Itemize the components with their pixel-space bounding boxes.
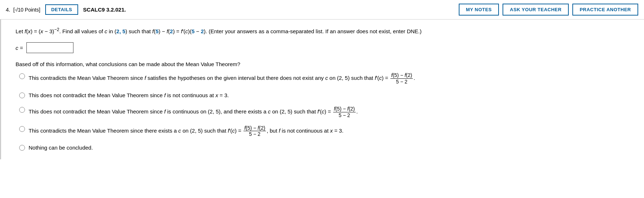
option-5-label[interactable]: Nothing can be concluded. [29, 144, 93, 152]
radio-option-2[interactable] [19, 92, 25, 98]
list-item: This contradicts the Mean Value Theorem … [19, 72, 635, 85]
ask-teacher-button[interactable]: ASK YOUR TEACHER [503, 4, 569, 16]
radio-options: This contradicts the Mean Value Theorem … [19, 72, 635, 152]
fraction-2: f(5) − f(2) 5 − 2 [333, 106, 356, 119]
list-item: This does not contradict the Mean Value … [19, 106, 635, 119]
list-item: This does not contradict the Mean Value … [19, 91, 635, 100]
radio-option-3[interactable] [19, 107, 25, 113]
scalc-label: SCALC9 3.2.021. [83, 7, 126, 13]
radio-option-5[interactable] [19, 145, 25, 151]
my-notes-button[interactable]: MY NOTES [459, 4, 499, 16]
option-1-label[interactable]: This contradicts the Mean Value Theorem … [29, 72, 415, 85]
c-label: c = [16, 45, 23, 51]
option-3-label[interactable]: This does not contradict the Mean Value … [29, 106, 358, 119]
radio-option-4[interactable] [19, 126, 25, 132]
practice-another-button[interactable]: PRACTICE ANOTHER [572, 4, 638, 16]
radio-option-1[interactable] [19, 73, 25, 79]
points-label: [-/10 Points] [13, 7, 41, 13]
details-button[interactable]: DETAILS [45, 4, 78, 15]
list-item: This contradicts the Mean Value Theorem … [19, 125, 635, 138]
content-area: Let f(x) = (x − 3)−2. Find all values of… [0, 20, 644, 159]
fraction-3: f(5) − f(2) 5 − 2 [243, 125, 266, 138]
conclusion-question: Based off of this information, what conc… [16, 61, 635, 67]
c-input[interactable] [26, 42, 73, 53]
fraction-1: f(5) − f(2) 5 − 2 [390, 72, 413, 85]
option-2-label[interactable]: This does not contradict the Mean Value … [29, 91, 229, 100]
top-bar: 4. [-/10 Points] DETAILS SCALC9 3.2.021.… [0, 0, 644, 20]
problem-statement: Let f(x) = (x − 3)−2. Find all values of… [16, 26, 635, 36]
list-item: Nothing can be concluded. [19, 144, 635, 152]
answer-row: c = [16, 42, 635, 53]
question-number: 4. [-/10 Points] [6, 7, 40, 13]
option-4-label[interactable]: This contradicts the Mean Value Theorem … [29, 125, 343, 138]
